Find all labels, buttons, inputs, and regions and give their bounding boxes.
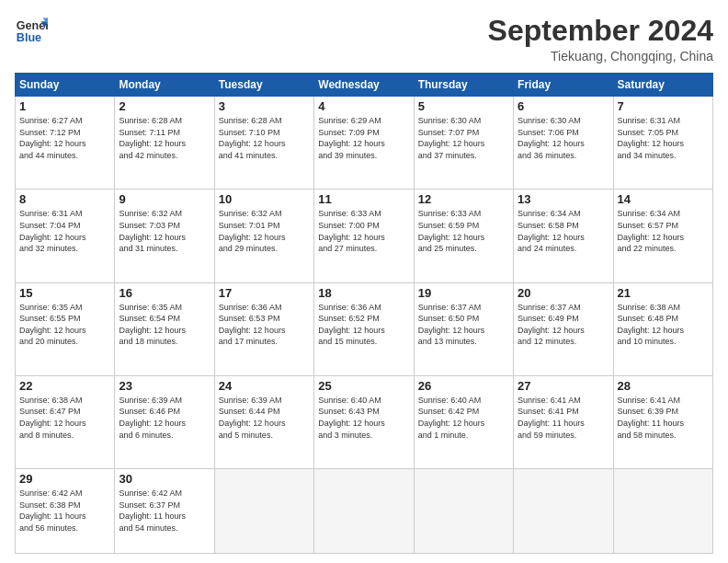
day-number: 27 bbox=[518, 379, 609, 393]
day-number: 12 bbox=[418, 192, 509, 206]
day-number: 23 bbox=[119, 379, 210, 393]
header: General Blue September 2024 Tiekuang, Ch… bbox=[15, 15, 713, 63]
table-row: 27Sunrise: 6:41 AMSunset: 6:41 PMDayligh… bbox=[514, 375, 613, 468]
day-info: Sunrise: 6:39 AMSunset: 6:44 PMDaylight:… bbox=[219, 395, 310, 441]
table-row: 25Sunrise: 6:40 AMSunset: 6:43 PMDayligh… bbox=[314, 375, 414, 468]
day-info: Sunrise: 6:28 AMSunset: 7:11 PMDaylight:… bbox=[119, 115, 210, 161]
day-info: Sunrise: 6:27 AMSunset: 7:12 PMDaylight:… bbox=[19, 115, 110, 161]
table-row bbox=[613, 469, 712, 554]
table-row: 15Sunrise: 6:35 AMSunset: 6:55 PMDayligh… bbox=[16, 282, 115, 375]
calendar-table: Sunday Monday Tuesday Wednesday Thursday… bbox=[15, 73, 713, 554]
table-row: 22Sunrise: 6:38 AMSunset: 6:47 PMDayligh… bbox=[16, 375, 115, 468]
table-row: 29Sunrise: 6:42 AMSunset: 6:38 PMDayligh… bbox=[16, 469, 115, 554]
table-row: 16Sunrise: 6:35 AMSunset: 6:54 PMDayligh… bbox=[115, 282, 214, 375]
col-tuesday: Tuesday bbox=[214, 74, 313, 97]
day-info: Sunrise: 6:38 AMSunset: 6:47 PMDaylight:… bbox=[19, 395, 110, 441]
table-row: 4Sunrise: 6:29 AMSunset: 7:09 PMDaylight… bbox=[314, 97, 414, 190]
page: General Blue September 2024 Tiekuang, Ch… bbox=[0, 0, 728, 563]
day-number: 28 bbox=[618, 379, 709, 393]
day-info: Sunrise: 6:38 AMSunset: 6:48 PMDaylight:… bbox=[618, 302, 709, 348]
day-info: Sunrise: 6:42 AMSunset: 6:38 PMDaylight:… bbox=[19, 488, 110, 534]
day-info: Sunrise: 6:36 AMSunset: 6:53 PMDaylight:… bbox=[219, 302, 310, 348]
table-row: 8Sunrise: 6:31 AMSunset: 7:04 PMDaylight… bbox=[16, 190, 115, 282]
col-saturday: Saturday bbox=[613, 74, 712, 97]
table-row: 24Sunrise: 6:39 AMSunset: 6:44 PMDayligh… bbox=[214, 375, 313, 468]
day-info: Sunrise: 6:35 AMSunset: 6:54 PMDaylight:… bbox=[119, 302, 210, 348]
day-number: 16 bbox=[119, 286, 210, 300]
table-row bbox=[214, 469, 313, 554]
day-number: 22 bbox=[19, 379, 110, 393]
week-row-2: 8Sunrise: 6:31 AMSunset: 7:04 PMDaylight… bbox=[16, 190, 713, 282]
day-info: Sunrise: 6:42 AMSunset: 6:37 PMDaylight:… bbox=[119, 488, 210, 534]
table-row: 30Sunrise: 6:42 AMSunset: 6:37 PMDayligh… bbox=[115, 469, 214, 554]
day-info: Sunrise: 6:35 AMSunset: 6:55 PMDaylight:… bbox=[19, 302, 110, 348]
table-row: 28Sunrise: 6:41 AMSunset: 6:39 PMDayligh… bbox=[613, 375, 712, 468]
table-row: 1Sunrise: 6:27 AMSunset: 7:12 PMDaylight… bbox=[16, 97, 115, 190]
day-info: Sunrise: 6:31 AMSunset: 7:04 PMDaylight:… bbox=[19, 208, 110, 254]
day-number: 14 bbox=[618, 192, 709, 206]
table-row: 17Sunrise: 6:36 AMSunset: 6:53 PMDayligh… bbox=[214, 282, 313, 375]
week-row-5: 29Sunrise: 6:42 AMSunset: 6:38 PMDayligh… bbox=[16, 469, 713, 554]
table-row: 7Sunrise: 6:31 AMSunset: 7:05 PMDaylight… bbox=[613, 97, 712, 190]
day-number: 24 bbox=[219, 379, 310, 393]
table-row: 6Sunrise: 6:30 AMSunset: 7:06 PMDaylight… bbox=[514, 97, 613, 190]
day-info: Sunrise: 6:32 AMSunset: 7:01 PMDaylight:… bbox=[219, 208, 310, 254]
day-info: Sunrise: 6:40 AMSunset: 6:43 PMDaylight:… bbox=[318, 395, 409, 441]
week-row-1: 1Sunrise: 6:27 AMSunset: 7:12 PMDaylight… bbox=[16, 97, 713, 190]
day-info: Sunrise: 6:33 AMSunset: 6:59 PMDaylight:… bbox=[418, 208, 509, 254]
col-monday: Monday bbox=[115, 74, 214, 97]
day-info: Sunrise: 6:28 AMSunset: 7:10 PMDaylight:… bbox=[219, 115, 310, 161]
day-info: Sunrise: 6:41 AMSunset: 6:39 PMDaylight:… bbox=[618, 395, 709, 441]
day-info: Sunrise: 6:36 AMSunset: 6:52 PMDaylight:… bbox=[318, 302, 409, 348]
day-number: 21 bbox=[618, 286, 709, 300]
col-friday: Friday bbox=[514, 74, 613, 97]
week-row-3: 15Sunrise: 6:35 AMSunset: 6:55 PMDayligh… bbox=[16, 282, 713, 375]
day-number: 25 bbox=[318, 379, 409, 393]
day-number: 17 bbox=[219, 286, 310, 300]
col-thursday: Thursday bbox=[414, 74, 513, 97]
table-row: 9Sunrise: 6:32 AMSunset: 7:03 PMDaylight… bbox=[115, 190, 214, 282]
table-row: 19Sunrise: 6:37 AMSunset: 6:50 PMDayligh… bbox=[414, 282, 513, 375]
day-number: 9 bbox=[119, 192, 210, 206]
table-row: 23Sunrise: 6:39 AMSunset: 6:46 PMDayligh… bbox=[115, 375, 214, 468]
day-info: Sunrise: 6:37 AMSunset: 6:49 PMDaylight:… bbox=[518, 302, 609, 348]
logo-icon: General Blue bbox=[15, 15, 48, 48]
day-number: 8 bbox=[19, 192, 110, 206]
day-info: Sunrise: 6:33 AMSunset: 7:00 PMDaylight:… bbox=[318, 208, 409, 254]
day-number: 13 bbox=[518, 192, 609, 206]
day-info: Sunrise: 6:30 AMSunset: 7:06 PMDaylight:… bbox=[518, 115, 609, 161]
day-number: 29 bbox=[19, 472, 110, 486]
logo: General Blue bbox=[15, 15, 48, 48]
table-row: 18Sunrise: 6:36 AMSunset: 6:52 PMDayligh… bbox=[314, 282, 414, 375]
day-number: 19 bbox=[418, 286, 509, 300]
day-number: 3 bbox=[219, 99, 310, 113]
table-row: 11Sunrise: 6:33 AMSunset: 7:00 PMDayligh… bbox=[314, 190, 414, 282]
day-number: 4 bbox=[318, 99, 409, 113]
day-number: 7 bbox=[618, 99, 709, 113]
svg-text:Blue: Blue bbox=[17, 31, 41, 44]
day-number: 2 bbox=[119, 99, 210, 113]
header-row: Sunday Monday Tuesday Wednesday Thursday… bbox=[16, 74, 713, 97]
col-wednesday: Wednesday bbox=[314, 74, 414, 97]
day-number: 5 bbox=[418, 99, 509, 113]
day-info: Sunrise: 6:32 AMSunset: 7:03 PMDaylight:… bbox=[119, 208, 210, 254]
table-row: 14Sunrise: 6:34 AMSunset: 6:57 PMDayligh… bbox=[613, 190, 712, 282]
day-number: 20 bbox=[518, 286, 609, 300]
day-number: 18 bbox=[318, 286, 409, 300]
day-info: Sunrise: 6:31 AMSunset: 7:05 PMDaylight:… bbox=[618, 115, 709, 161]
day-number: 6 bbox=[518, 99, 609, 113]
day-number: 26 bbox=[418, 379, 509, 393]
table-row: 20Sunrise: 6:37 AMSunset: 6:49 PMDayligh… bbox=[514, 282, 613, 375]
table-row bbox=[414, 469, 513, 554]
day-info: Sunrise: 6:29 AMSunset: 7:09 PMDaylight:… bbox=[318, 115, 409, 161]
day-info: Sunrise: 6:30 AMSunset: 7:07 PMDaylight:… bbox=[418, 115, 509, 161]
table-row: 3Sunrise: 6:28 AMSunset: 7:10 PMDaylight… bbox=[214, 97, 313, 190]
table-row: 10Sunrise: 6:32 AMSunset: 7:01 PMDayligh… bbox=[214, 190, 313, 282]
col-sunday: Sunday bbox=[16, 74, 115, 97]
day-info: Sunrise: 6:39 AMSunset: 6:46 PMDaylight:… bbox=[119, 395, 210, 441]
day-number: 15 bbox=[19, 286, 110, 300]
day-number: 10 bbox=[219, 192, 310, 206]
table-row bbox=[514, 469, 613, 554]
table-row: 12Sunrise: 6:33 AMSunset: 6:59 PMDayligh… bbox=[414, 190, 513, 282]
day-info: Sunrise: 6:37 AMSunset: 6:50 PMDaylight:… bbox=[418, 302, 509, 348]
